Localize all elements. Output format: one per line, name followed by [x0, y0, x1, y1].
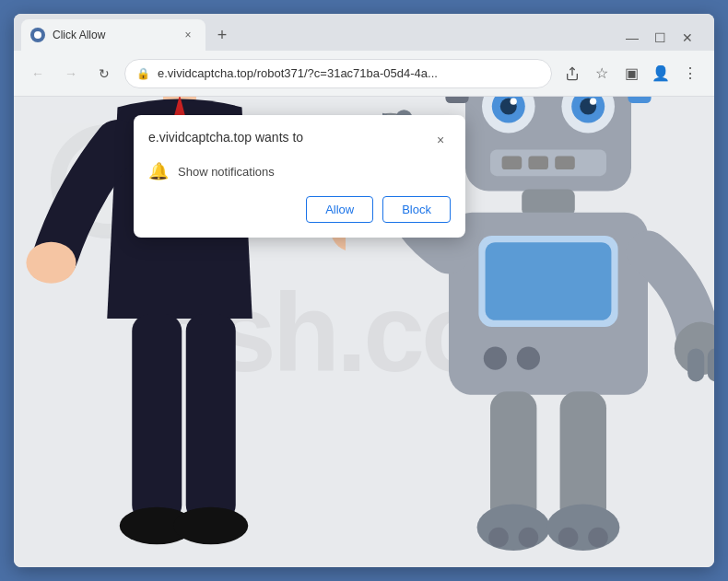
- lock-icon: 🔒: [136, 67, 150, 80]
- svg-point-56: [546, 505, 619, 551]
- svg-point-35: [511, 99, 517, 105]
- url-bar[interactable]: 🔒 e.vividcaptcha.top/robot371/?c=31ac71b…: [124, 59, 552, 88]
- svg-rect-41: [522, 190, 575, 216]
- block-button[interactable]: Block: [382, 196, 451, 223]
- popup-notification-row: 🔔 Show notifications: [148, 161, 451, 181]
- allow-button[interactable]: Allow: [306, 196, 373, 223]
- popup-buttons: Allow Block: [148, 196, 451, 223]
- svg-point-46: [517, 347, 540, 370]
- svg-rect-51: [687, 348, 704, 381]
- svg-rect-40: [555, 157, 575, 169]
- browser-window: Click Allow × + — ☐ ✕ ← → ↻ 🔒 e.vividcap…: [14, 14, 714, 567]
- popup-close-button[interactable]: ×: [430, 130, 451, 150]
- svg-rect-21: [186, 315, 236, 522]
- address-bar: ← → ↻ 🔒 e.vividcaptcha.top/robot371/?c=3…: [14, 51, 714, 97]
- svg-rect-38: [502, 157, 523, 169]
- tab-favicon-icon: [30, 28, 45, 42]
- svg-point-57: [488, 528, 509, 548]
- page-content: rish.com: [14, 97, 714, 567]
- menu-icon[interactable]: ⋮: [677, 61, 703, 87]
- bell-icon: 🔔: [148, 161, 169, 181]
- url-text: e.vividcaptcha.top/robot371/?c=31ac71ba-…: [158, 66, 540, 80]
- svg-point-59: [558, 528, 579, 548]
- active-tab: Click Allow ×: [21, 19, 205, 51]
- svg-point-58: [519, 528, 539, 548]
- svg-rect-39: [528, 157, 548, 169]
- popup-header: e.vividcaptcha.top wants to ×: [148, 130, 451, 150]
- svg-rect-52: [708, 348, 714, 381]
- window-controls: — ☐ ✕: [624, 30, 707, 51]
- popup-notification-text: Show notifications: [178, 165, 275, 179]
- bookmark-star-icon[interactable]: ☆: [589, 61, 615, 87]
- new-tab-button[interactable]: +: [209, 22, 235, 48]
- tab-close-button[interactable]: ×: [180, 27, 196, 43]
- svg-point-19: [27, 242, 76, 284]
- tab-title: Click Allow: [53, 29, 172, 41]
- svg-point-23: [173, 507, 248, 545]
- tab-bar: Click Allow × + — ☐ ✕: [14, 14, 714, 51]
- svg-point-36: [590, 99, 596, 105]
- svg-point-45: [484, 347, 507, 370]
- svg-rect-27: [445, 97, 468, 103]
- forward-button[interactable]: →: [58, 61, 84, 87]
- refresh-button[interactable]: ↻: [91, 61, 117, 87]
- popup-title: e.vividcaptcha.top wants to: [148, 130, 303, 145]
- svg-rect-28: [628, 97, 651, 103]
- svg-point-60: [588, 528, 608, 548]
- svg-point-55: [477, 505, 550, 551]
- back-button[interactable]: ←: [25, 61, 51, 87]
- notification-popup: e.vividcaptcha.top wants to × 🔔 Show not…: [134, 115, 465, 238]
- svg-rect-44: [486, 242, 612, 320]
- maximize-button[interactable]: ☐: [652, 30, 668, 45]
- minimize-button[interactable]: —: [624, 30, 640, 45]
- close-window-button[interactable]: ✕: [679, 30, 696, 45]
- share-icon[interactable]: [559, 61, 585, 87]
- account-icon[interactable]: 👤: [648, 61, 674, 87]
- toolbar-icons: ☆ ▣ 👤 ⋮: [559, 61, 703, 87]
- extensions-icon[interactable]: ▣: [618, 61, 644, 87]
- svg-rect-20: [132, 315, 182, 522]
